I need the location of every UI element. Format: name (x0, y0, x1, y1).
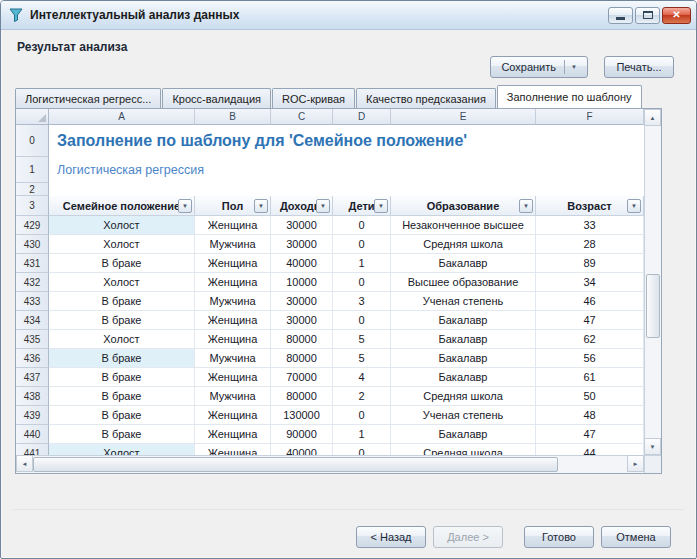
column-header-a[interactable]: A (49, 109, 195, 125)
minimize-button[interactable] (608, 7, 633, 24)
horizontal-scrollbar[interactable]: ◄ ► (16, 456, 644, 473)
column-filter-age[interactable]: Возраст ▼ (536, 196, 644, 216)
cell[interactable]: Женщина (195, 406, 271, 425)
scroll-right-button[interactable]: ► (627, 455, 644, 472)
cell[interactable]: Средняя школа (391, 444, 536, 455)
sheet-subtitle-cell[interactable]: Логистическая регрессия (49, 157, 644, 183)
cell[interactable]: Мужчина (195, 235, 271, 254)
cell[interactable]: 80000 (271, 387, 333, 406)
scroll-down-button[interactable]: ▼ (644, 438, 661, 455)
row-header[interactable]: 439 (16, 406, 49, 425)
scroll-left-button[interactable]: ◄ (16, 455, 33, 472)
cell[interactable]: Средняя школа (391, 235, 536, 254)
cell[interactable]: В браке (49, 406, 195, 425)
column-header-c[interactable]: C (271, 109, 333, 125)
cell[interactable]: Мужчина (195, 349, 271, 368)
cell[interactable]: В браке (49, 254, 195, 273)
cell[interactable]: 28 (536, 235, 644, 254)
column-header-f[interactable]: F (536, 109, 644, 125)
filter-dropdown-icon[interactable]: ▼ (627, 199, 641, 213)
column-filter-income[interactable]: Доходы ▼ (271, 196, 333, 216)
filter-dropdown-icon[interactable]: ▼ (254, 199, 268, 213)
filter-dropdown-icon[interactable]: ▼ (374, 199, 388, 213)
cell[interactable]: 40000 (271, 444, 333, 455)
row-header[interactable]: 3 (16, 196, 49, 216)
cell[interactable]: 0 (333, 216, 391, 235)
cell[interactable]: Женщина (195, 368, 271, 387)
row-header[interactable]: 434 (16, 311, 49, 330)
cell[interactable]: 2 (333, 387, 391, 406)
cell[interactable]: Бакалавр (391, 349, 536, 368)
cell[interactable]: 62 (536, 330, 644, 349)
row-header[interactable]: 436 (16, 349, 49, 368)
column-header-e[interactable]: E (391, 109, 536, 125)
cell[interactable]: В браке (49, 311, 195, 330)
filter-dropdown-icon[interactable]: ▼ (178, 199, 192, 213)
cell[interactable]: В браке (49, 425, 195, 444)
save-button[interactable]: Сохранить ▼ (490, 56, 588, 78)
column-filter-children[interactable]: Дети ▼ (333, 196, 391, 216)
cell[interactable]: 46 (536, 292, 644, 311)
cell[interactable]: 0 (333, 273, 391, 292)
cell[interactable]: 1 (333, 254, 391, 273)
cell[interactable]: 30000 (271, 292, 333, 311)
titlebar[interactable]: Интеллектуальный анализ данных ✕ (1, 1, 696, 30)
cell[interactable]: 30000 (271, 311, 333, 330)
cell[interactable]: 3 (333, 292, 391, 311)
cell[interactable]: В браке (49, 349, 195, 368)
cell[interactable]: В браке (49, 368, 195, 387)
cell[interactable]: В браке (49, 387, 195, 406)
cell[interactable]: 80000 (271, 330, 333, 349)
tab-roc-curve[interactable]: ROC-кривая (272, 88, 355, 108)
cell[interactable]: 44 (536, 444, 644, 455)
back-button[interactable]: < Назад (356, 526, 426, 548)
scroll-up-button[interactable]: ▲ (644, 109, 661, 126)
cell[interactable]: 0 (333, 406, 391, 425)
cell[interactable]: 30000 (271, 235, 333, 254)
cell[interactable]: 47 (536, 311, 644, 330)
cell[interactable]: 61 (536, 368, 644, 387)
select-all-corner[interactable] (16, 109, 49, 125)
row-header[interactable]: 430 (16, 235, 49, 254)
filter-dropdown-icon[interactable]: ▼ (316, 199, 330, 213)
row-header[interactable]: 2 (16, 183, 49, 196)
cell[interactable]: Незаконченное высшее (391, 216, 536, 235)
cell[interactable]: Холост (49, 216, 195, 235)
cancel-button[interactable]: Отмена (601, 526, 671, 548)
cell[interactable]: В браке (49, 292, 195, 311)
cell[interactable]: Женщина (195, 273, 271, 292)
tab-prediction-quality[interactable]: Качество предсказания (356, 88, 496, 108)
next-button[interactable]: Далее > (433, 526, 503, 548)
cell[interactable]: 130000 (271, 406, 333, 425)
row-header[interactable]: 433 (16, 292, 49, 311)
cell[interactable]: Ученая степень (391, 406, 536, 425)
cell[interactable]: 40000 (271, 254, 333, 273)
cell[interactable]: Бакалавр (391, 330, 536, 349)
cell[interactable]: 5 (333, 330, 391, 349)
horizontal-scroll-thumb[interactable] (33, 457, 558, 472)
row-header[interactable]: 435 (16, 330, 49, 349)
cell[interactable]: 80000 (271, 349, 333, 368)
tab-fill-by-template[interactable]: Заполнение по шаблону (497, 85, 642, 109)
cell[interactable]: 30000 (271, 216, 333, 235)
row-header[interactable]: 438 (16, 387, 49, 406)
print-button[interactable]: Печать... (604, 56, 674, 78)
cell[interactable]: Холост (49, 444, 195, 455)
vertical-scrollbar[interactable]: ▲ ▼ (644, 109, 661, 455)
cell[interactable]: 47 (536, 425, 644, 444)
cell[interactable]: 0 (333, 311, 391, 330)
cell[interactable]: 1 (333, 425, 391, 444)
sheet-title-cell[interactable]: Заполнение по шаблону для 'Семейное поло… (49, 125, 644, 157)
finish-button[interactable]: Готово (524, 526, 594, 548)
filter-dropdown-icon[interactable]: ▼ (519, 199, 533, 213)
row-header[interactable]: 441 (16, 444, 49, 455)
cell[interactable]: Бакалавр (391, 425, 536, 444)
cell[interactable]: 0 (333, 235, 391, 254)
tab-logistic-regression[interactable]: Логистическая регресс... (15, 88, 161, 108)
cell[interactable]: 50 (536, 387, 644, 406)
cell[interactable]: Мужчина (195, 387, 271, 406)
cell[interactable]: Холост (49, 273, 195, 292)
column-header-d[interactable]: D (333, 109, 391, 125)
cell[interactable]: 48 (536, 406, 644, 425)
vertical-scroll-thumb[interactable] (646, 274, 660, 338)
